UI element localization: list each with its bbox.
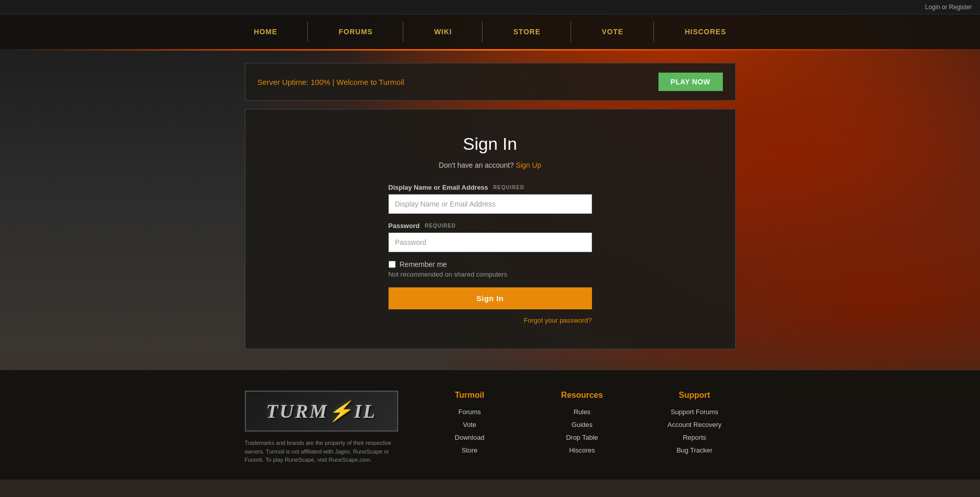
nav-wiki[interactable]: WIKI — [403, 14, 483, 49]
server-uptime-text: Server Uptime: 100% | Welcome to Turmoil — [258, 78, 404, 86]
footer-hiscores-link[interactable]: Hiscores — [541, 446, 623, 454]
signin-card: Sign In Don't have an account? Sign Up D… — [245, 109, 736, 349]
nav-accent-line — [0, 49, 980, 51]
signin-subtitle-text: Don't have an account? — [439, 161, 514, 169]
signin-button[interactable]: Sign In — [389, 287, 592, 309]
logo-text-part2: IL — [354, 400, 376, 422]
forgot-password-link[interactable]: Forgot your password? — [389, 317, 592, 324]
logo-text-part1: TURM — [266, 400, 329, 422]
footer-disclaimer: Trademarks and brands are the property o… — [245, 439, 398, 464]
username-required-badge: REQUIRED — [493, 185, 525, 190]
turmoil-col-title: Turmoil — [429, 391, 511, 400]
footer-account-recovery-link[interactable]: Account Recovery — [654, 421, 736, 428]
username-input[interactable] — [389, 194, 592, 214]
password-label: Password — [389, 222, 420, 230]
password-input[interactable] — [389, 233, 592, 252]
footer-drop-table-link[interactable]: Drop Table — [541, 434, 623, 441]
nav-home[interactable]: HOME — [223, 14, 308, 49]
footer: TURM⚡IL Trademarks and brands are the pr… — [0, 370, 980, 480]
top-bar: Login or Register — [0, 0, 980, 14]
footer-forums-link[interactable]: Forums — [429, 408, 511, 416]
footer-store-link[interactable]: Store — [429, 446, 511, 454]
remember-me-checkbox[interactable] — [389, 261, 396, 268]
remember-me-row: Remember me — [389, 260, 592, 268]
password-field-group: Password REQUIRED — [389, 222, 592, 252]
nav-vote[interactable]: VOTE — [571, 14, 654, 49]
footer-download-link[interactable]: Download — [429, 434, 511, 441]
footer-vote-link[interactable]: Vote — [429, 421, 511, 428]
signin-subtitle: Don't have an account? Sign Up — [389, 161, 592, 169]
footer-support-forums-link[interactable]: Support Forums — [654, 408, 736, 416]
server-banner: Server Uptime: 100% | Welcome to Turmoil… — [245, 63, 736, 101]
shared-computer-warning: Not recommended on shared computers — [389, 270, 592, 278]
password-required-badge: REQUIRED — [425, 223, 456, 229]
footer-bug-tracker-link[interactable]: Bug Tracker — [654, 446, 736, 454]
footer-turmoil-col: Turmoil Forums Vote Download Store — [429, 391, 511, 459]
footer-rules-link[interactable]: Rules — [541, 408, 623, 416]
footer-logo: TURM⚡IL — [258, 400, 385, 422]
nav-store[interactable]: STORE — [483, 14, 571, 49]
username-field-group: Display Name or Email Address REQUIRED — [389, 184, 592, 214]
remember-me-label: Remember me — [400, 260, 447, 268]
signup-link[interactable]: Sign Up — [516, 161, 541, 169]
username-label-row: Display Name or Email Address REQUIRED — [389, 184, 592, 191]
password-label-row: Password REQUIRED — [389, 222, 592, 230]
logo-lightning: ⚡ — [328, 400, 354, 422]
support-col-title: Support — [654, 391, 736, 400]
username-label: Display Name or Email Address — [389, 184, 488, 191]
login-register-link[interactable]: Login or Register — [925, 4, 972, 11]
main-nav: HOME FORUMS WIKI STORE VOTE HISCORES — [0, 14, 980, 49]
footer-logo-box: TURM⚡IL — [245, 391, 398, 432]
footer-support-col: Support Support Forums Account Recovery … — [654, 391, 736, 459]
nav-forums[interactable]: FORUMS — [308, 14, 403, 49]
footer-guides-link[interactable]: Guides — [541, 421, 623, 428]
nav-hiscores[interactable]: HISCORES — [654, 14, 757, 49]
footer-resources-col: Resources Rules Guides Drop Table Hiscor… — [541, 391, 623, 459]
footer-inner: TURM⚡IL Trademarks and brands are the pr… — [245, 391, 736, 464]
play-now-button[interactable]: PLAY NOW — [658, 73, 723, 91]
footer-reports-link[interactable]: Reports — [654, 434, 736, 441]
resources-col-title: Resources — [541, 391, 623, 400]
footer-logo-section: TURM⚡IL Trademarks and brands are the pr… — [245, 391, 398, 464]
signin-title: Sign In — [389, 134, 592, 154]
